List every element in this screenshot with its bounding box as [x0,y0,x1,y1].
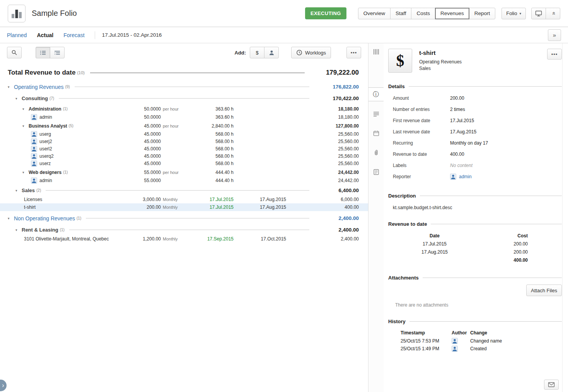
row-label: userj2 [39,139,52,144]
clock-icon [296,49,302,56]
tab-description[interactable] [368,107,384,121]
view-forecast[interactable]: Forecast [63,32,84,38]
add-revenue-button[interactable]: $ [250,47,264,58]
dollar-icon: $ [256,50,258,56]
section-title: Details [388,84,405,89]
tree-row-userg[interactable]: userg45.0000568.00 h25,560.00 [0,130,368,138]
tree-row-administration[interactable]: ▾Administration(1)50.0000per hour363.60 … [0,104,368,113]
row-total: 170,422.00 [314,95,368,101]
field-label: First revenue date [393,118,450,123]
field-value[interactable]: admin [450,174,472,180]
tab-history[interactable] [368,165,384,179]
row-count: (5) [69,124,73,128]
tree-row-operating-revenues[interactable]: ▾Operating Revenues(9)176,822.00 [0,82,368,92]
tree-root-row[interactable]: Total Revenue to date (10) 179,222.00 [0,66,368,80]
tree-row-web-designers[interactable]: ▾Web designers(1)55.0000per hour444.40 h… [0,168,368,177]
tree-row-3101-olivette-marjault-montreal-quebec[interactable]: 3101 Olivette-Marjault, Montreal, Quebec… [0,235,368,243]
tree-row-consulting[interactable]: ▾Consulting(7)170,422.00 [0,93,368,104]
row-name: userl2 [0,146,115,152]
person-icon [269,50,275,56]
group-separator-line [59,98,309,99]
attach-files-button[interactable]: Attach Files [526,285,562,296]
ellipsis-icon: ••• [551,51,558,57]
collapse-arrow-icon[interactable]: ▾ [8,85,14,89]
field-value: 17.Aug.2015 [450,129,476,135]
row-label: Sales [22,187,35,193]
row-label: 3101 Olivette-Marjault, Montreal, Quebec [24,236,109,242]
collapse-arrow-icon[interactable]: ▾ [22,107,29,111]
collapse-arrow-icon[interactable]: ▾ [15,228,22,232]
tab-report[interactable]: Report [469,8,496,19]
field-label: Last revenue date [393,129,450,135]
detail-field-reporter: Reporteradmin [388,171,562,182]
tree-row-userz[interactable]: userz45.0000568.00 h25,560.00 [0,160,368,167]
vertical-divider [95,31,95,39]
splitter-grip-handle[interactable] [374,47,379,56]
detail-icon-strip: ⓘ [368,43,384,392]
collapse-header-button[interactable]: » [546,8,560,19]
tree-row-non-operating-revenues[interactable]: ▾Non Operating Revenues(1)2,400.00 [0,213,368,223]
tree-view-button[interactable] [50,47,65,58]
folio-dropdown-label: Folio [506,10,517,16]
section-title: History [388,319,406,324]
folio-dropdown[interactable]: Folio ▾ [501,8,526,19]
section-title: Description [388,193,416,199]
view-actual[interactable]: Actual [37,32,53,38]
tab-attachments[interactable] [368,146,384,159]
tree-row-userj2[interactable]: userj245.0000568.00 h25,560.00 [0,138,368,145]
tree-row-userl2[interactable]: userl245.0000568.00 h25,560.00 [0,145,368,152]
detail-field-recurring: RecurringMonthly on day 17 [388,137,562,148]
view-planned[interactable]: Planned [7,32,27,38]
tab-revenues[interactable]: Revenues [435,8,469,19]
tree-row-rent-leasing[interactable]: ▾Rent & Leasing(1)2,400.00 [0,225,368,235]
add-staff-button[interactable] [264,47,279,58]
row-rate: 200.00Monthly [115,205,183,210]
tree-row-business-analyst[interactable]: ▾Business Analyst(5)45.0000per hour2,840… [0,121,368,130]
tab-details[interactable]: ⓘ [368,87,384,101]
search-button[interactable] [7,47,22,58]
row-second-date: 17.Aug.2015 [241,197,295,202]
user-avatar-icon [31,131,37,137]
details-section-heading: Details [388,84,562,89]
heading-rule [423,278,562,278]
user-avatar-icon [31,138,37,145]
worklogs-button[interactable]: Worklogs [291,47,331,58]
row-label: Web designers [29,170,61,175]
collapse-arrow-icon[interactable]: ▾ [15,189,22,193]
row-rate: 50.0000per hour [115,106,183,112]
tree-row-licenses[interactable]: Licenses3,000.00Monthly17.Jul.201517.Aug… [0,196,368,203]
row-total: 25,560.00 [295,139,368,144]
monitor-icon [535,10,542,17]
row-label: Licenses [24,197,42,202]
row-name: admin [0,177,115,184]
tree-row-admin[interactable]: admin50.0000363.60 h18,180.00 [0,113,368,121]
detail-panel: $ t-shirt Operating Revenues Sales ••• D… [384,43,568,392]
collapse-arrow-icon[interactable]: ▾ [8,216,14,220]
tab-dates[interactable] [368,127,384,140]
tab-costs[interactable]: Costs [411,8,435,19]
chevrons-right-icon: » [553,32,556,38]
display-mode-button[interactable] [531,8,546,19]
search-icon [11,49,17,56]
detail-more-button[interactable]: ••• [547,49,562,60]
row-hours: 2,840.00 h [183,123,241,129]
detail-subcategory: Sales [419,65,462,72]
tab-overview[interactable]: Overview [358,8,391,19]
row-total: 25,560.00 [295,131,368,137]
collapse-arrow-icon[interactable]: ▾ [15,97,22,101]
tab-staff[interactable]: Staff [390,8,412,19]
detail-field-revenue-to-date: Revenue to date400.00 [388,148,562,160]
row-label: Business Analyst [29,123,67,129]
collapse-arrow-icon[interactable]: ▾ [22,170,29,174]
chevrons-up-icon: » [550,12,556,15]
tree-more-button[interactable]: ••• [346,47,361,58]
email-button[interactable] [544,380,559,390]
tree-row-t-shirt[interactable]: t-shirt200.00Monthly17.Jul.201517.Aug.20… [0,203,368,211]
flat-list-view-button[interactable] [36,47,50,58]
tree-row-sales[interactable]: ▾Sales(2)6,400.00 [0,185,368,196]
tree-row-admin[interactable]: admin55.0000444.40 h24,442.00 [0,177,368,184]
field-label: Reporter [393,174,450,179]
tree-row-userq2[interactable]: userq245.0000568.00 h25,560.00 [0,152,368,160]
collapse-arrow-icon[interactable]: ▾ [22,124,29,128]
expand-panel-button[interactable]: » [548,29,561,41]
